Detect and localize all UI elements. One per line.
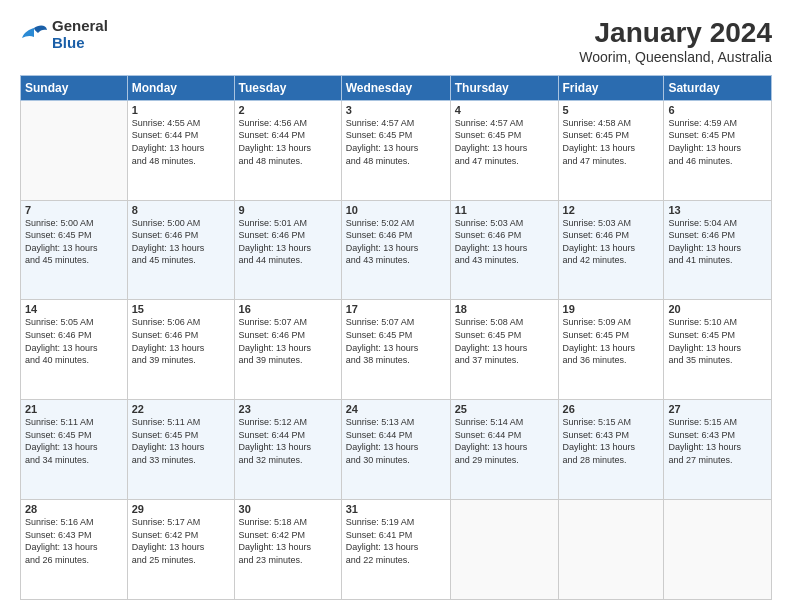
col-friday: Friday xyxy=(558,75,664,100)
day-number: 4 xyxy=(455,104,554,116)
table-row: 26Sunrise: 5:15 AMSunset: 6:43 PMDayligh… xyxy=(558,400,664,500)
day-number: 5 xyxy=(563,104,660,116)
table-row: 24Sunrise: 5:13 AMSunset: 6:44 PMDayligh… xyxy=(341,400,450,500)
day-info: Sunrise: 4:59 AMSunset: 6:45 PMDaylight:… xyxy=(668,117,767,167)
day-number: 31 xyxy=(346,503,446,515)
table-row: 13Sunrise: 5:04 AMSunset: 6:46 PMDayligh… xyxy=(664,200,772,300)
day-info: Sunrise: 5:14 AMSunset: 6:44 PMDaylight:… xyxy=(455,416,554,466)
table-row: 18Sunrise: 5:08 AMSunset: 6:45 PMDayligh… xyxy=(450,300,558,400)
day-info: Sunrise: 5:03 AMSunset: 6:46 PMDaylight:… xyxy=(455,217,554,267)
calendar-week-row: 14Sunrise: 5:05 AMSunset: 6:46 PMDayligh… xyxy=(21,300,772,400)
logo-general: General xyxy=(52,18,108,35)
day-number: 7 xyxy=(25,204,123,216)
col-sunday: Sunday xyxy=(21,75,128,100)
calendar-header-row: Sunday Monday Tuesday Wednesday Thursday… xyxy=(21,75,772,100)
day-info: Sunrise: 5:05 AMSunset: 6:46 PMDaylight:… xyxy=(25,316,123,366)
table-row: 1Sunrise: 4:55 AMSunset: 6:44 PMDaylight… xyxy=(127,100,234,200)
day-info: Sunrise: 5:16 AMSunset: 6:43 PMDaylight:… xyxy=(25,516,123,566)
table-row xyxy=(21,100,128,200)
table-row: 19Sunrise: 5:09 AMSunset: 6:45 PMDayligh… xyxy=(558,300,664,400)
day-number: 3 xyxy=(346,104,446,116)
table-row: 21Sunrise: 5:11 AMSunset: 6:45 PMDayligh… xyxy=(21,400,128,500)
day-info: Sunrise: 5:18 AMSunset: 6:42 PMDaylight:… xyxy=(239,516,337,566)
day-info: Sunrise: 4:56 AMSunset: 6:44 PMDaylight:… xyxy=(239,117,337,167)
table-row: 27Sunrise: 5:15 AMSunset: 6:43 PMDayligh… xyxy=(664,400,772,500)
day-number: 11 xyxy=(455,204,554,216)
col-thursday: Thursday xyxy=(450,75,558,100)
table-row: 22Sunrise: 5:11 AMSunset: 6:45 PMDayligh… xyxy=(127,400,234,500)
table-row: 5Sunrise: 4:58 AMSunset: 6:45 PMDaylight… xyxy=(558,100,664,200)
day-number: 6 xyxy=(668,104,767,116)
table-row: 12Sunrise: 5:03 AMSunset: 6:46 PMDayligh… xyxy=(558,200,664,300)
day-number: 25 xyxy=(455,403,554,415)
day-info: Sunrise: 5:03 AMSunset: 6:46 PMDaylight:… xyxy=(563,217,660,267)
table-row: 4Sunrise: 4:57 AMSunset: 6:45 PMDaylight… xyxy=(450,100,558,200)
table-row: 16Sunrise: 5:07 AMSunset: 6:46 PMDayligh… xyxy=(234,300,341,400)
day-number: 9 xyxy=(239,204,337,216)
calendar-week-row: 1Sunrise: 4:55 AMSunset: 6:44 PMDaylight… xyxy=(21,100,772,200)
table-row: 6Sunrise: 4:59 AMSunset: 6:45 PMDaylight… xyxy=(664,100,772,200)
header: General Blue January 2024 Woorim, Queens… xyxy=(20,18,772,65)
day-number: 23 xyxy=(239,403,337,415)
calendar-week-row: 7Sunrise: 5:00 AMSunset: 6:45 PMDaylight… xyxy=(21,200,772,300)
page: General Blue January 2024 Woorim, Queens… xyxy=(0,0,792,612)
logo-icon xyxy=(20,24,48,46)
calendar-title: January 2024 xyxy=(579,18,772,49)
day-info: Sunrise: 5:06 AMSunset: 6:46 PMDaylight:… xyxy=(132,316,230,366)
col-wednesday: Wednesday xyxy=(341,75,450,100)
day-number: 17 xyxy=(346,303,446,315)
day-info: Sunrise: 5:00 AMSunset: 6:45 PMDaylight:… xyxy=(25,217,123,267)
day-info: Sunrise: 4:55 AMSunset: 6:44 PMDaylight:… xyxy=(132,117,230,167)
table-row: 28Sunrise: 5:16 AMSunset: 6:43 PMDayligh… xyxy=(21,500,128,600)
day-info: Sunrise: 5:11 AMSunset: 6:45 PMDaylight:… xyxy=(25,416,123,466)
col-saturday: Saturday xyxy=(664,75,772,100)
day-info: Sunrise: 5:15 AMSunset: 6:43 PMDaylight:… xyxy=(563,416,660,466)
col-tuesday: Tuesday xyxy=(234,75,341,100)
day-info: Sunrise: 5:17 AMSunset: 6:42 PMDaylight:… xyxy=(132,516,230,566)
day-info: Sunrise: 5:07 AMSunset: 6:45 PMDaylight:… xyxy=(346,316,446,366)
day-info: Sunrise: 5:12 AMSunset: 6:44 PMDaylight:… xyxy=(239,416,337,466)
day-info: Sunrise: 4:57 AMSunset: 6:45 PMDaylight:… xyxy=(455,117,554,167)
logo-blue: Blue xyxy=(52,35,108,52)
logo-text: General Blue xyxy=(52,18,108,51)
day-number: 12 xyxy=(563,204,660,216)
day-number: 2 xyxy=(239,104,337,116)
table-row: 23Sunrise: 5:12 AMSunset: 6:44 PMDayligh… xyxy=(234,400,341,500)
day-number: 29 xyxy=(132,503,230,515)
day-number: 16 xyxy=(239,303,337,315)
day-info: Sunrise: 5:02 AMSunset: 6:46 PMDaylight:… xyxy=(346,217,446,267)
table-row: 31Sunrise: 5:19 AMSunset: 6:41 PMDayligh… xyxy=(341,500,450,600)
day-info: Sunrise: 4:57 AMSunset: 6:45 PMDaylight:… xyxy=(346,117,446,167)
day-number: 30 xyxy=(239,503,337,515)
day-info: Sunrise: 5:15 AMSunset: 6:43 PMDaylight:… xyxy=(668,416,767,466)
day-number: 18 xyxy=(455,303,554,315)
table-row: 15Sunrise: 5:06 AMSunset: 6:46 PMDayligh… xyxy=(127,300,234,400)
calendar-subtitle: Woorim, Queensland, Australia xyxy=(579,49,772,65)
table-row: 25Sunrise: 5:14 AMSunset: 6:44 PMDayligh… xyxy=(450,400,558,500)
table-row: 11Sunrise: 5:03 AMSunset: 6:46 PMDayligh… xyxy=(450,200,558,300)
title-block: January 2024 Woorim, Queensland, Austral… xyxy=(579,18,772,65)
logo: General Blue xyxy=(20,18,108,51)
table-row xyxy=(450,500,558,600)
day-number: 8 xyxy=(132,204,230,216)
table-row: 7Sunrise: 5:00 AMSunset: 6:45 PMDaylight… xyxy=(21,200,128,300)
col-monday: Monday xyxy=(127,75,234,100)
day-number: 21 xyxy=(25,403,123,415)
day-number: 20 xyxy=(668,303,767,315)
table-row: 3Sunrise: 4:57 AMSunset: 6:45 PMDaylight… xyxy=(341,100,450,200)
day-number: 27 xyxy=(668,403,767,415)
day-number: 19 xyxy=(563,303,660,315)
day-info: Sunrise: 5:08 AMSunset: 6:45 PMDaylight:… xyxy=(455,316,554,366)
day-info: Sunrise: 5:07 AMSunset: 6:46 PMDaylight:… xyxy=(239,316,337,366)
table-row: 9Sunrise: 5:01 AMSunset: 6:46 PMDaylight… xyxy=(234,200,341,300)
table-row: 8Sunrise: 5:00 AMSunset: 6:46 PMDaylight… xyxy=(127,200,234,300)
day-number: 22 xyxy=(132,403,230,415)
day-number: 13 xyxy=(668,204,767,216)
day-number: 28 xyxy=(25,503,123,515)
day-number: 24 xyxy=(346,403,446,415)
table-row: 2Sunrise: 4:56 AMSunset: 6:44 PMDaylight… xyxy=(234,100,341,200)
day-info: Sunrise: 4:58 AMSunset: 6:45 PMDaylight:… xyxy=(563,117,660,167)
calendar-week-row: 21Sunrise: 5:11 AMSunset: 6:45 PMDayligh… xyxy=(21,400,772,500)
table-row xyxy=(558,500,664,600)
table-row xyxy=(664,500,772,600)
